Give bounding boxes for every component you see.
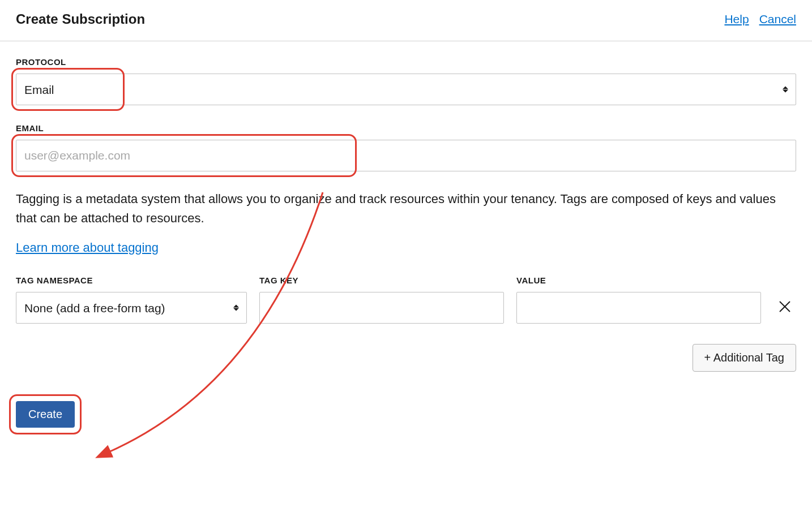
- email-label: EMAIL: [16, 123, 796, 133]
- create-button[interactable]: Create: [16, 401, 75, 428]
- tag-key-column: TAG KEY: [259, 275, 504, 324]
- learn-more-tagging-link[interactable]: Learn more about tagging: [16, 240, 159, 255]
- protocol-label: PROTOCOL: [16, 57, 796, 67]
- protocol-field-group: PROTOCOL Email: [16, 57, 796, 105]
- email-input[interactable]: [16, 140, 796, 171]
- tag-row: TAG NAMESPACE None (add a free-form tag)…: [16, 275, 796, 324]
- tag-namespace-select-wrapper: None (add a free-form tag): [16, 292, 247, 324]
- tag-namespace-label: TAG NAMESPACE: [16, 275, 247, 285]
- remove-tag-icon[interactable]: [779, 299, 791, 317]
- remove-tag-column: [773, 292, 796, 324]
- tag-namespace-select[interactable]: None (add a free-form tag): [16, 292, 247, 324]
- tag-namespace-column: TAG NAMESPACE None (add a free-form tag): [16, 275, 247, 324]
- tag-value-column: VALUE: [516, 275, 761, 324]
- tagging-description: Tagging is a metadata system that allows…: [16, 190, 796, 228]
- dialog-header: Create Subscription Help Cancel: [0, 0, 812, 41]
- tag-key-input[interactable]: [259, 292, 504, 324]
- cancel-link[interactable]: Cancel: [759, 12, 796, 26]
- tag-value-label: VALUE: [516, 275, 761, 285]
- additional-tag-row: + Additional Tag: [16, 344, 796, 372]
- tag-value-input[interactable]: [516, 292, 761, 324]
- add-tag-button[interactable]: + Additional Tag: [693, 344, 796, 372]
- email-field-group: EMAIL: [16, 123, 796, 171]
- protocol-select[interactable]: Email: [16, 74, 796, 105]
- dialog-title: Create Subscription: [16, 11, 145, 27]
- create-button-wrapper: Create: [16, 401, 75, 428]
- tag-key-label: TAG KEY: [259, 275, 504, 285]
- dialog-content: PROTOCOL Email EMAIL Tagging is a metada…: [0, 41, 812, 444]
- help-link[interactable]: Help: [724, 12, 749, 26]
- protocol-select-wrapper: Email: [16, 74, 796, 105]
- header-links: Help Cancel: [724, 12, 796, 26]
